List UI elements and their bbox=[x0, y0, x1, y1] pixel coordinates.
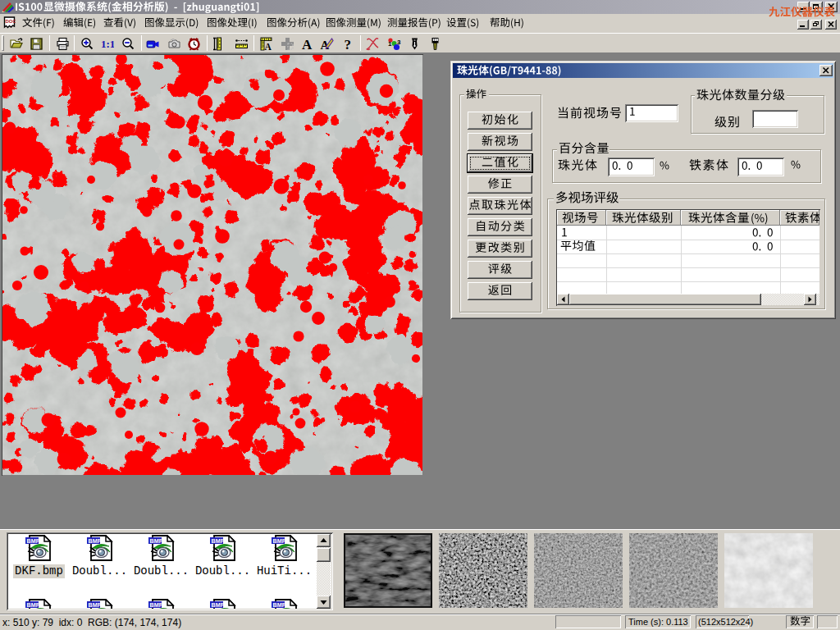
svg-text:1:1: 1:1 bbox=[101, 38, 114, 50]
svg-text:DOC: DOC bbox=[6, 19, 16, 24]
svg-text:?: ? bbox=[345, 37, 352, 51]
svg-text:A: A bbox=[265, 42, 272, 52]
svg-text:A: A bbox=[302, 37, 313, 51]
svg-text:1: 1 bbox=[388, 40, 392, 48]
svg-text:3: 3 bbox=[397, 39, 401, 46]
